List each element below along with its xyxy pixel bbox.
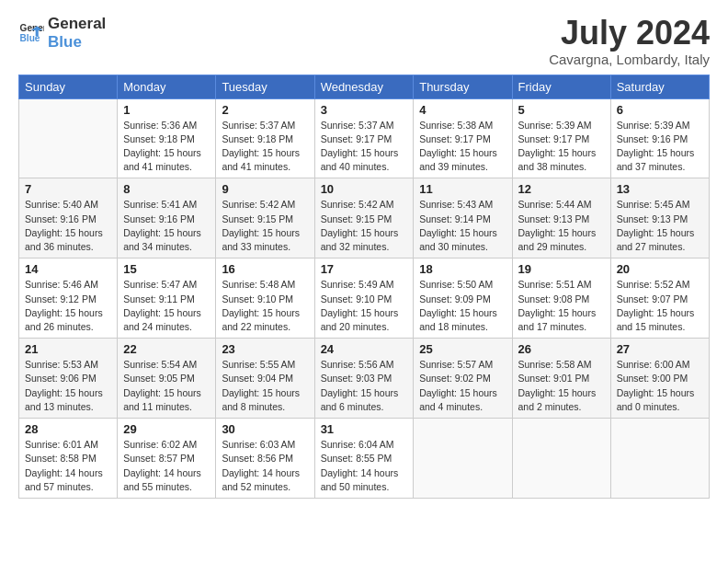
header: General Blue General Blue July 2024 Cava… (18, 15, 710, 67)
day-cell: 24Sunrise: 5:56 AM Sunset: 9:03 PM Dayli… (314, 339, 414, 419)
day-cell: 12Sunrise: 5:44 AM Sunset: 9:13 PM Dayli… (512, 178, 610, 259)
day-info: Sunrise: 5:52 AM Sunset: 9:07 PM Dayligh… (617, 278, 703, 334)
day-info: Sunrise: 5:58 AM Sunset: 9:01 PM Dayligh… (518, 358, 605, 414)
day-number: 2 (222, 103, 308, 117)
day-number: 30 (222, 422, 308, 436)
day-info: Sunrise: 5:45 AM Sunset: 9:13 PM Dayligh… (617, 198, 703, 254)
day-info: Sunrise: 6:01 AM Sunset: 8:58 PM Dayligh… (25, 438, 111, 494)
day-cell: 7Sunrise: 5:40 AM Sunset: 9:16 PM Daylig… (19, 178, 118, 259)
day-number: 11 (419, 182, 506, 196)
week-row-1: 1Sunrise: 5:36 AM Sunset: 9:18 PM Daylig… (19, 98, 710, 178)
col-header-friday: Friday (512, 75, 610, 98)
svg-text:General: General (20, 23, 44, 33)
col-header-thursday: Thursday (414, 75, 512, 98)
day-info: Sunrise: 5:39 AM Sunset: 9:17 PM Dayligh… (518, 119, 605, 175)
day-cell: 5Sunrise: 5:39 AM Sunset: 9:17 PM Daylig… (512, 98, 610, 178)
day-number: 7 (25, 182, 111, 196)
day-cell: 9Sunrise: 5:42 AM Sunset: 9:15 PM Daylig… (216, 178, 314, 259)
day-info: Sunrise: 5:55 AM Sunset: 9:04 PM Dayligh… (222, 358, 308, 414)
col-header-monday: Monday (118, 75, 216, 98)
day-number: 28 (25, 422, 111, 436)
day-cell: 8Sunrise: 5:41 AM Sunset: 9:16 PM Daylig… (118, 178, 216, 259)
day-info: Sunrise: 5:37 AM Sunset: 9:17 PM Dayligh… (321, 119, 408, 175)
day-info: Sunrise: 5:42 AM Sunset: 9:15 PM Dayligh… (222, 198, 308, 254)
day-cell: 25Sunrise: 5:57 AM Sunset: 9:02 PM Dayli… (414, 339, 512, 419)
day-cell: 15Sunrise: 5:47 AM Sunset: 9:11 PM Dayli… (118, 259, 216, 339)
day-number: 4 (419, 103, 506, 117)
day-cell (414, 419, 512, 499)
day-info: Sunrise: 5:49 AM Sunset: 9:10 PM Dayligh… (321, 278, 408, 334)
day-cell: 16Sunrise: 5:48 AM Sunset: 9:10 PM Dayli… (216, 259, 314, 339)
day-info: Sunrise: 6:04 AM Sunset: 8:55 PM Dayligh… (321, 438, 408, 494)
week-row-2: 7Sunrise: 5:40 AM Sunset: 9:16 PM Daylig… (19, 178, 710, 259)
day-info: Sunrise: 5:53 AM Sunset: 9:06 PM Dayligh… (25, 358, 111, 414)
day-cell: 14Sunrise: 5:46 AM Sunset: 9:12 PM Dayli… (19, 259, 118, 339)
logo-blue: Blue (48, 33, 106, 52)
day-number: 23 (222, 342, 308, 356)
day-cell: 1Sunrise: 5:36 AM Sunset: 9:18 PM Daylig… (118, 98, 216, 178)
day-info: Sunrise: 5:48 AM Sunset: 9:10 PM Dayligh… (222, 278, 308, 334)
day-cell: 27Sunrise: 6:00 AM Sunset: 9:00 PM Dayli… (610, 339, 709, 419)
day-cell: 23Sunrise: 5:55 AM Sunset: 9:04 PM Dayli… (216, 339, 314, 419)
day-number: 19 (518, 262, 605, 276)
day-info: Sunrise: 5:39 AM Sunset: 9:16 PM Dayligh… (617, 119, 703, 175)
day-info: Sunrise: 5:51 AM Sunset: 9:08 PM Dayligh… (518, 278, 605, 334)
day-number: 12 (518, 182, 605, 196)
day-info: Sunrise: 5:46 AM Sunset: 9:12 PM Dayligh… (25, 278, 111, 334)
day-number: 6 (617, 103, 703, 117)
day-cell: 21Sunrise: 5:53 AM Sunset: 9:06 PM Dayli… (19, 339, 118, 419)
day-info: Sunrise: 6:00 AM Sunset: 9:00 PM Dayligh… (617, 358, 703, 414)
day-number: 18 (419, 262, 506, 276)
week-row-3: 14Sunrise: 5:46 AM Sunset: 9:12 PM Dayli… (19, 259, 710, 339)
day-number: 3 (321, 103, 408, 117)
day-number: 5 (518, 103, 605, 117)
day-cell: 13Sunrise: 5:45 AM Sunset: 9:13 PM Dayli… (610, 178, 709, 259)
day-number: 20 (617, 262, 703, 276)
calendar-header-row: SundayMondayTuesdayWednesdayThursdayFrid… (19, 75, 710, 98)
day-info: Sunrise: 5:36 AM Sunset: 9:18 PM Dayligh… (123, 119, 210, 175)
day-info: Sunrise: 5:37 AM Sunset: 9:18 PM Dayligh… (222, 119, 308, 175)
day-number: 17 (321, 262, 408, 276)
day-info: Sunrise: 6:03 AM Sunset: 8:56 PM Dayligh… (222, 438, 308, 494)
day-number: 21 (25, 342, 111, 356)
col-header-sunday: Sunday (19, 75, 118, 98)
day-number: 10 (321, 182, 408, 196)
day-cell: 10Sunrise: 5:42 AM Sunset: 9:15 PM Dayli… (314, 178, 414, 259)
col-header-wednesday: Wednesday (314, 75, 414, 98)
day-number: 31 (321, 422, 408, 436)
title-block: July 2024 Cavargna, Lombardy, Italy (549, 15, 710, 67)
day-cell: 11Sunrise: 5:43 AM Sunset: 9:14 PM Dayli… (414, 178, 512, 259)
day-info: Sunrise: 5:40 AM Sunset: 9:16 PM Dayligh… (25, 198, 111, 254)
day-cell: 31Sunrise: 6:04 AM Sunset: 8:55 PM Dayli… (314, 419, 414, 499)
day-number: 1 (123, 103, 210, 117)
day-info: Sunrise: 5:54 AM Sunset: 9:05 PM Dayligh… (123, 358, 210, 414)
day-cell: 28Sunrise: 6:01 AM Sunset: 8:58 PM Dayli… (19, 419, 118, 499)
logo-icon: General Blue (18, 20, 44, 46)
day-info: Sunrise: 5:43 AM Sunset: 9:14 PM Dayligh… (419, 198, 506, 254)
day-cell (512, 419, 610, 499)
location: Cavargna, Lombardy, Italy (549, 52, 710, 67)
day-cell: 19Sunrise: 5:51 AM Sunset: 9:08 PM Dayli… (512, 259, 610, 339)
day-cell: 20Sunrise: 5:52 AM Sunset: 9:07 PM Dayli… (610, 259, 709, 339)
day-number: 22 (123, 342, 210, 356)
day-cell: 2Sunrise: 5:37 AM Sunset: 9:18 PM Daylig… (216, 98, 314, 178)
day-number: 8 (123, 182, 210, 196)
day-info: Sunrise: 5:57 AM Sunset: 9:02 PM Dayligh… (419, 358, 506, 414)
page-container: General Blue General Blue July 2024 Cava… (0, 0, 728, 508)
day-cell: 3Sunrise: 5:37 AM Sunset: 9:17 PM Daylig… (314, 98, 414, 178)
day-cell: 22Sunrise: 5:54 AM Sunset: 9:05 PM Dayli… (118, 339, 216, 419)
day-number: 29 (123, 422, 210, 436)
day-cell: 17Sunrise: 5:49 AM Sunset: 9:10 PM Dayli… (314, 259, 414, 339)
day-info: Sunrise: 5:50 AM Sunset: 9:09 PM Dayligh… (419, 278, 506, 334)
day-cell: 18Sunrise: 5:50 AM Sunset: 9:09 PM Dayli… (414, 259, 512, 339)
col-header-tuesday: Tuesday (216, 75, 314, 98)
logo: General Blue General Blue (18, 15, 106, 51)
day-info: Sunrise: 5:56 AM Sunset: 9:03 PM Dayligh… (321, 358, 408, 414)
month-title: July 2024 (549, 15, 710, 52)
day-number: 15 (123, 262, 210, 276)
day-number: 24 (321, 342, 408, 356)
day-number: 13 (617, 182, 703, 196)
col-header-saturday: Saturday (610, 75, 709, 98)
day-number: 27 (617, 342, 703, 356)
day-cell: 4Sunrise: 5:38 AM Sunset: 9:17 PM Daylig… (414, 98, 512, 178)
